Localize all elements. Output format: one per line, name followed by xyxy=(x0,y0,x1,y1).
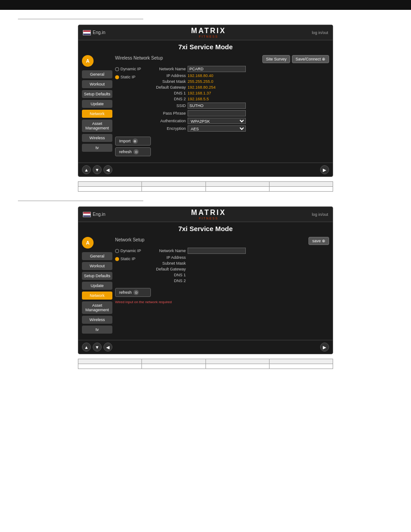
sc1-field-ssid: SSID xyxy=(146,103,329,109)
sc1-avatar: A xyxy=(82,55,94,67)
sc2-sidebar: A General Workout Setup Defaults Update … xyxy=(82,237,112,334)
sc2-value-default-gateway xyxy=(188,267,189,271)
sc1-label-subnet-mask: Subnet Mask xyxy=(146,79,186,84)
sc1-value-default-gateway: 192.168.80.254 xyxy=(188,85,216,90)
sc1-nav-setup-defaults[interactable]: Setup Defaults xyxy=(82,90,112,98)
sc2-nav-setup-defaults[interactable]: Setup Defaults xyxy=(82,272,112,280)
sc1-nav-workout[interactable]: Workout xyxy=(82,80,112,88)
sc1-nav-wireless[interactable]: Wireless xyxy=(82,134,112,142)
sc2-save-button[interactable]: save ⊕ xyxy=(308,237,329,245)
table-1-header-row xyxy=(78,182,333,187)
sc2-refresh-label: refresh xyxy=(119,290,132,295)
sc1-save-connect-button[interactable]: Save/Connect ⊕ xyxy=(292,55,329,63)
sc2-logo-sub: FITNESS xyxy=(191,217,226,220)
sc1-down-arrow[interactable]: ▼ xyxy=(93,165,102,174)
sc2-field-network-name: Network Name xyxy=(146,248,329,254)
sc1-top-buttons: Site Survey Save/Connect ⊕ xyxy=(262,55,329,63)
sc2-back-arrow[interactable]: ◀ xyxy=(103,343,112,352)
refresh-label: refresh xyxy=(119,150,132,154)
sc1-nav-update[interactable]: Update xyxy=(82,100,112,108)
sc1-label-dns1: DNS 1 xyxy=(146,91,186,95)
sc1-loglink[interactable]: log in/out xyxy=(312,30,328,35)
sc2-section-label: Network Setup xyxy=(115,237,145,242)
sc1-field-ip-address: IP Address 192.168.80.40 xyxy=(146,73,329,78)
sc1-import-button[interactable]: Import ⊕ xyxy=(115,137,151,146)
sc1-language-label: Eng.in xyxy=(93,30,105,35)
sc2-nav-general[interactable]: General xyxy=(82,252,112,260)
sc1-title: 7xi Service Mode xyxy=(78,40,333,52)
sc2-loglink[interactable]: log in/out xyxy=(312,212,328,217)
sc2-fields-col: Network Name IP Address Subnet Mask xyxy=(146,248,329,284)
sc2-label-subnet-mask: Subnet Mask xyxy=(146,261,186,266)
table-2-h2 xyxy=(142,359,206,364)
sc2-nav-workout[interactable]: Workout xyxy=(82,262,112,270)
sc2-nav-network[interactable]: Network xyxy=(82,292,112,300)
sc1-main: Wireless Network Setup Site Survey Save/… xyxy=(115,55,329,156)
sc1-select-encryption[interactable]: AES TKIP xyxy=(188,125,246,132)
sc2-field-dns1: DNS 1 xyxy=(146,273,329,277)
sc2-nav-update[interactable]: Update xyxy=(82,282,112,290)
sc2-title: 7xi Service Mode xyxy=(78,222,333,234)
section-divider-2 xyxy=(18,201,143,201)
sc1-input-network-name[interactable] xyxy=(188,66,246,72)
sc1-nav-tv[interactable]: tv xyxy=(82,144,112,152)
sc1-nav-asset-management[interactable]: Asset Management xyxy=(82,120,112,132)
screenshot-1: Eng.in MATRIX FITNESS log in/out 7xi Ser… xyxy=(78,25,333,177)
table-2-row-1 xyxy=(78,364,333,369)
sc1-refresh-button[interactable]: refresh ⊙ xyxy=(115,147,151,156)
sc2-field-dns2: DNS 2 xyxy=(146,279,329,283)
sc1-sidebar: A General Workout Setup Defaults Update … xyxy=(82,55,112,156)
sc1-nav-arrows-left: ▲ ▼ ◀ xyxy=(82,165,112,174)
sc2-action-area: refresh ⊙ Wired input on the network req… xyxy=(115,288,329,304)
sc1-label-network-name: Network Name xyxy=(146,67,186,71)
sc2-up-arrow[interactable]: ▲ xyxy=(82,343,91,352)
sc1-field-dns2: DNS 2 192.168.5.5 xyxy=(146,97,329,101)
screenshot-2: Eng.in MATRIX FITNESS log in/out 7xi Ser… xyxy=(78,206,333,354)
page-content: Eng.in MATRIX FITNESS log in/out 7xi Ser… xyxy=(0,10,411,387)
sc2-radio-static-label: Static IP xyxy=(120,257,136,261)
sc1-field-subnet-mask: Subnet Mask 255.255.255.0 xyxy=(146,79,329,84)
table-1-r1c2 xyxy=(142,187,206,192)
sc1-label-ssid: SSID xyxy=(146,103,186,108)
sc2-bottom-nav: ▲ ▼ ◀ ▶ xyxy=(78,340,333,354)
sc1-input-passphrase[interactable] xyxy=(188,110,246,116)
sc1-nav-general[interactable]: General xyxy=(82,70,112,78)
table-2-r1c2 xyxy=(142,364,206,369)
sc1-label-encryption: Encryption xyxy=(146,126,186,131)
sc1-value-ip-address: 192.168.80.40 xyxy=(188,73,214,78)
sc1-select-authentication[interactable]: WPA2PSK WPA WEP xyxy=(188,118,246,124)
sc1-site-survey-button[interactable]: Site Survey xyxy=(262,55,290,63)
sc2-radio-dynamic[interactable]: Dynamic IP xyxy=(115,249,142,253)
sc1-radio-dynamic-label: Dynamic IP xyxy=(120,67,141,71)
sc2-down-arrow[interactable]: ▼ xyxy=(93,343,102,352)
sc1-field-authentication: Authentication WPA2PSK WPA WEP xyxy=(146,118,329,124)
table-1-r1c4 xyxy=(269,187,333,192)
sc2-radio-static[interactable]: Static IP xyxy=(115,257,142,261)
table-1-r1c1 xyxy=(78,187,142,192)
sc2-forward-arrow[interactable]: ▶ xyxy=(320,343,329,352)
sc2-main: Network Setup save ⊕ Dynamic IP xyxy=(115,237,329,334)
table-1-row-1 xyxy=(78,187,333,192)
sc2-label-default-gateway: Default Gateway xyxy=(146,267,186,271)
sc1-nav-network[interactable]: Network xyxy=(82,110,112,118)
table-1-h4 xyxy=(269,182,333,187)
sc1-up-arrow[interactable]: ▲ xyxy=(82,165,91,174)
table-2-h4 xyxy=(269,359,333,364)
sc2-refresh-button[interactable]: refresh ⊙ xyxy=(115,288,151,297)
table-1 xyxy=(78,181,333,192)
table-2-h3 xyxy=(206,359,269,364)
sc2-header: Eng.in MATRIX FITNESS log in/out xyxy=(78,207,333,222)
sc2-logo-text: MATRIX xyxy=(191,209,226,217)
sc1-forward-arrow[interactable]: ▶ xyxy=(320,165,329,174)
sc1-radio-dynamic[interactable]: Dynamic IP xyxy=(115,67,142,71)
sc2-input-network-name[interactable] xyxy=(188,248,246,254)
sc1-radio-static[interactable]: Static IP xyxy=(115,75,142,79)
sc1-input-ssid[interactable] xyxy=(188,103,246,109)
sc1-label-dns2: DNS 2 xyxy=(146,97,186,101)
sc1-back-arrow[interactable]: ◀ xyxy=(103,165,112,174)
sc2-nav-asset-management[interactable]: Asset Management xyxy=(82,301,112,314)
sc1-nav-arrows-right: ▶ xyxy=(320,165,329,174)
sc2-nav-tv[interactable]: tv xyxy=(82,326,112,334)
sc2-field-ip-address: IP Address xyxy=(146,255,329,260)
sc2-nav-wireless[interactable]: Wireless xyxy=(82,316,112,324)
